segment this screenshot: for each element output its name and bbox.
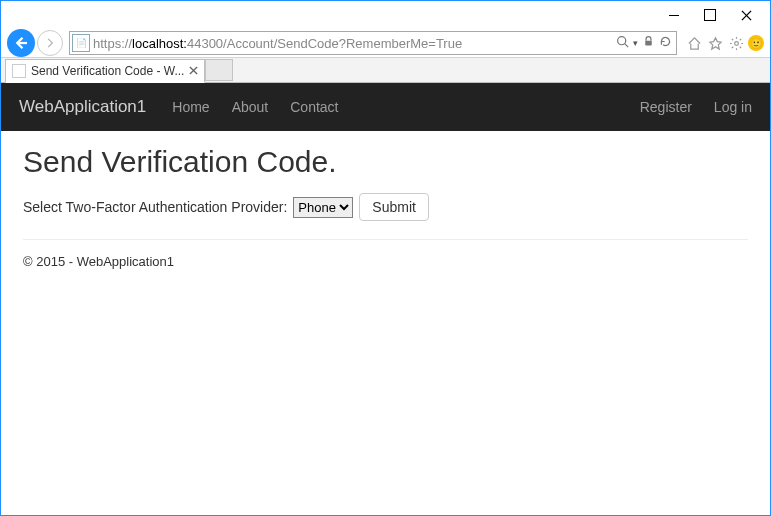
maximize-button[interactable] (692, 4, 728, 26)
brand-link[interactable]: WebApplication1 (19, 97, 146, 117)
lock-icon[interactable] (642, 35, 655, 51)
favicon-icon (12, 64, 26, 78)
svg-point-3 (618, 37, 626, 45)
new-tab-button[interactable] (205, 59, 233, 81)
close-button[interactable] (728, 4, 764, 26)
site-navbar: WebApplication1 Home About Contact Regis… (1, 83, 770, 131)
smiley-icon[interactable]: 🙂 (748, 35, 764, 51)
nav-register[interactable]: Register (640, 99, 692, 115)
nav-about[interactable]: About (232, 99, 269, 115)
svg-rect-5 (645, 41, 652, 46)
nav-home[interactable]: Home (172, 99, 209, 115)
favorites-icon[interactable] (706, 34, 724, 52)
provider-select[interactable]: Phone (293, 197, 353, 218)
url-text[interactable]: https://localhost:44300/Account/SendCode… (93, 36, 616, 51)
refresh-icon[interactable] (659, 35, 672, 51)
tab-strip: Send Verification Code - W... (1, 57, 770, 83)
minimize-button[interactable] (656, 4, 692, 26)
page-content: Send Verification Code. Select Two-Facto… (1, 131, 770, 283)
home-icon[interactable] (685, 34, 703, 52)
nav-login[interactable]: Log in (714, 99, 752, 115)
browser-nav-row: 📄 https://localhost:44300/Account/SendCo… (1, 29, 770, 57)
back-button[interactable] (7, 29, 35, 57)
submit-button[interactable]: Submit (359, 193, 429, 221)
site-identity-icon[interactable]: 📄 (72, 34, 90, 52)
browser-tab[interactable]: Send Verification Code - W... (5, 59, 205, 83)
address-bar[interactable]: 📄 https://localhost:44300/Account/SendCo… (69, 31, 677, 55)
page-heading: Send Verification Code. (23, 145, 748, 179)
window-titlebar (1, 1, 770, 29)
toolbar-icons: 🙂 (681, 34, 768, 52)
search-icon[interactable] (616, 35, 629, 51)
tab-title: Send Verification Code - W... (31, 64, 184, 78)
search-dropdown-icon[interactable]: ▾ (633, 38, 638, 48)
provider-form-row: Select Two-Factor Authentication Provide… (23, 193, 748, 221)
divider (23, 239, 748, 240)
svg-point-6 (734, 41, 738, 45)
address-bar-actions: ▾ (616, 35, 676, 51)
nav-contact[interactable]: Contact (290, 99, 338, 115)
provider-label: Select Two-Factor Authentication Provide… (23, 199, 287, 215)
svg-line-4 (625, 44, 628, 47)
settings-icon[interactable] (727, 34, 745, 52)
footer-text: © 2015 - WebApplication1 (23, 254, 748, 269)
forward-button[interactable] (37, 30, 63, 56)
tab-close-icon[interactable] (189, 64, 198, 78)
